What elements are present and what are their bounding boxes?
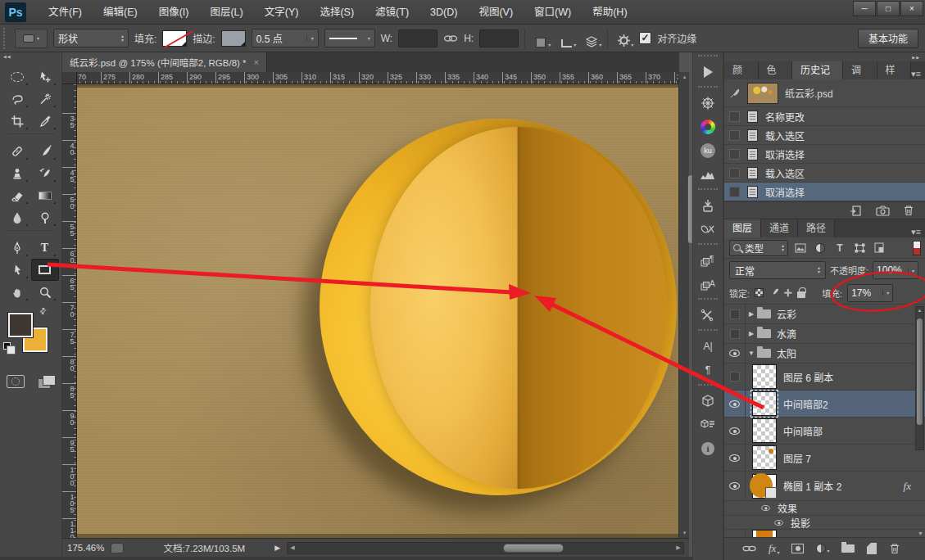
quick-mask-button[interactable] [7, 375, 25, 388]
panel-menu-icon[interactable]: ▾≡ [911, 227, 925, 237]
eye-icon[interactable] [761, 505, 769, 511]
elliptical-marquee-tool[interactable] [3, 65, 31, 88]
new-adjustment-layer-icon[interactable]: ▾ [816, 544, 829, 553]
visibility-toggle[interactable] [724, 472, 746, 500]
actions-panel-icon[interactable] [693, 60, 723, 84]
shape-layer-row[interactable]: 椭圆 1 副本 2 fx [724, 472, 925, 501]
blur-tool[interactable] [3, 206, 31, 228]
kuler-panel-icon[interactable]: ku [693, 138, 723, 162]
stroke-width-select[interactable]: 0.5 点 ▾ [252, 29, 319, 47]
history-source-checkbox[interactable] [729, 168, 740, 178]
color-themes-panel-icon[interactable] [693, 115, 723, 138]
tool-mode-select[interactable]: 形状 ▴▾ [53, 29, 129, 47]
filter-shape-layers-icon[interactable] [852, 241, 867, 255]
panel-menu-icon[interactable]: ▾≡ [911, 69, 925, 79]
new-document-from-state-icon[interactable] [850, 205, 863, 217]
partial-layer-row[interactable] [724, 530, 925, 537]
history-brush-tool[interactable] [31, 162, 59, 184]
measurement-panel-icon[interactable] [693, 303, 723, 327]
path-operations-button[interactable]: ▾ [531, 29, 551, 47]
clone-source-panel-icon[interactable] [693, 217, 723, 241]
shape-stroke-swatch[interactable] [221, 30, 246, 47]
visibility-toggle[interactable] [724, 391, 746, 417]
menu-filter[interactable]: 滤镜(T) [365, 0, 419, 25]
eye-icon[interactable] [774, 519, 782, 525]
path-alignment-button[interactable]: ▾ [556, 29, 576, 47]
rectangle-tool[interactable] [31, 259, 59, 281]
layer-filtering-toggle[interactable] [913, 241, 921, 255]
layer-group-row[interactable]: ▶ 云彩 [724, 305, 925, 324]
snapshot-camera-icon[interactable] [876, 205, 890, 216]
brush-tool[interactable] [31, 140, 59, 162]
visibility-toggle[interactable] [724, 344, 746, 363]
lasso-tool[interactable] [3, 88, 31, 110]
menu-3d[interactable]: 3D(D) [419, 0, 468, 25]
effects-row[interactable]: 效果 [724, 501, 925, 516]
history-source-checkbox[interactable] [729, 130, 740, 141]
workspace-button[interactable]: 基本功能 [858, 29, 918, 48]
magic-wand-tool[interactable] [31, 88, 59, 110]
scroll-left-icon[interactable]: ◀ [288, 544, 297, 551]
menu-file[interactable]: 文件(F) [38, 0, 93, 25]
zoom-level[interactable]: 175.46% [67, 543, 104, 553]
navigator-panel-icon[interactable] [693, 91, 723, 115]
3d-panel-icon[interactable] [693, 389, 723, 413]
tab-layers[interactable]: 图层 [724, 219, 761, 237]
history-entry-selected[interactable]: 取消选择 [724, 183, 925, 201]
link-layers-icon[interactable] [742, 544, 756, 553]
scroll-right-icon[interactable]: ▶ [673, 544, 683, 551]
layer-style-fx-icon[interactable]: fx▾ [769, 542, 779, 555]
delete-layer-trash-icon[interactable] [889, 543, 900, 554]
add-layer-mask-icon[interactable] [791, 544, 804, 553]
collapse-triangle-icon[interactable]: ▶ [746, 330, 757, 337]
default-colors-icon[interactable] [3, 342, 11, 350]
stroke-style-select[interactable]: ▾ [324, 29, 375, 47]
fill-value[interactable]: 17% ▾ [847, 284, 893, 302]
dodge-tool[interactable] [31, 206, 59, 228]
lock-transparency-icon[interactable] [755, 288, 764, 297]
shape-height-input[interactable] [479, 29, 519, 47]
layer-row[interactable]: 图层 6 副本 [724, 364, 925, 391]
menu-view[interactable]: 视图(V) [468, 0, 524, 25]
gear-icon[interactable]: ▾ [614, 29, 633, 47]
align-edges-checkbox[interactable]: ✓ [639, 32, 651, 44]
link-dimensions-icon[interactable] [443, 34, 458, 43]
menu-image[interactable]: 图像(I) [148, 0, 200, 25]
history-entry[interactable]: 载入选区 [724, 164, 925, 183]
history-source-checkbox[interactable] [729, 111, 740, 122]
filter-smart-objects-icon[interactable] [872, 241, 886, 255]
document-tab[interactable]: 纸云彩.psd @ 175% (中间暗部2, RGB/8) * × [62, 52, 267, 72]
tab-history[interactable]: 历史记录 [792, 61, 843, 79]
tab-swatches[interactable]: 色板 [759, 61, 793, 79]
close-button[interactable]: × [900, 1, 923, 16]
vertical-ruler[interactable]: 3540 4550 5560 6570 7580 8590 95100 1051… [62, 84, 77, 538]
collapse-panels-icon[interactable]: ▶▶ [912, 55, 920, 60]
tab-close-icon[interactable]: × [254, 57, 259, 67]
visibility-toggle[interactable] [724, 324, 746, 343]
history-snapshot-row[interactable]: 纸云彩.psd [724, 79, 925, 107]
new-group-icon[interactable] [841, 544, 855, 553]
tab-channels[interactable]: 通道 [761, 219, 798, 237]
layers-scrollbar[interactable]: ▲ [915, 306, 924, 450]
foreground-color-swatch[interactable] [8, 313, 33, 337]
tab-color[interactable]: 颜色 [724, 61, 759, 79]
blend-mode-select[interactable]: 正常 ▴▾ [729, 261, 826, 279]
menu-window[interactable]: 窗口(W) [524, 0, 582, 25]
horizontal-scrollbar-thumb[interactable] [503, 544, 564, 553]
visibility-toggle[interactable] [724, 305, 746, 323]
layers-scrollbar-thumb[interactable] [917, 318, 923, 425]
opacity-value[interactable]: 100% ▾ [873, 261, 918, 279]
shape-fill-swatch[interactable] [162, 30, 187, 47]
paragraph-panel-icon[interactable]: ¶ [693, 358, 723, 382]
new-layer-icon[interactable] [867, 543, 877, 554]
layer-group-row[interactable]: ▶ 水滴 [724, 324, 925, 344]
collapse-tools-icon[interactable]: ◀◀ [3, 54, 11, 59]
character-styles-panel-icon[interactable]: ¶ [693, 248, 723, 272]
spot-healing-tool[interactable] [3, 140, 31, 162]
collapse-triangle-icon[interactable]: ▶ [746, 310, 757, 318]
menu-help[interactable]: 帮助(H) [582, 0, 637, 25]
visibility-toggle[interactable] [724, 445, 746, 471]
canvas[interactable] [77, 84, 678, 538]
swap-colors-icon[interactable]: ⇄ [37, 305, 48, 317]
menu-type[interactable]: 文字(Y) [254, 0, 310, 25]
